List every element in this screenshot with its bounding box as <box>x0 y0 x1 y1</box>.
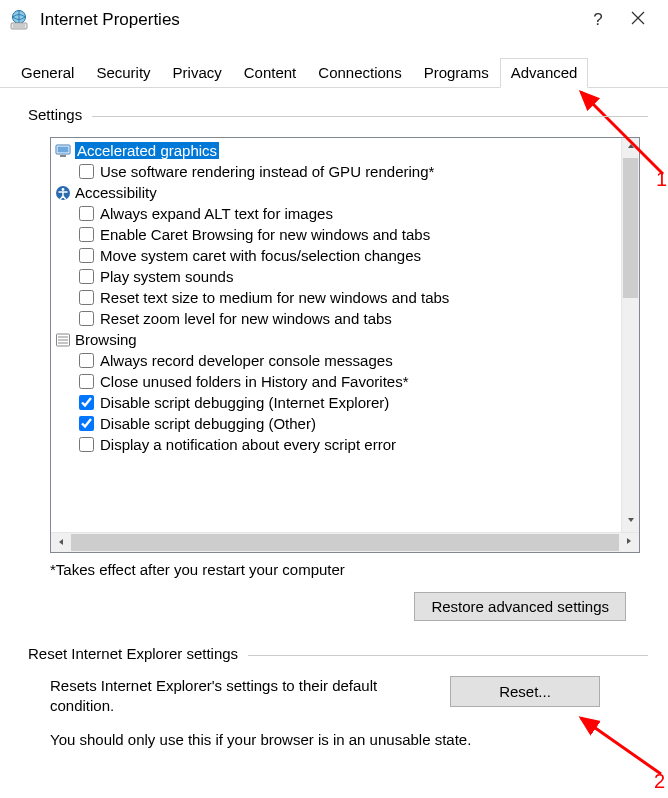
close-button[interactable] <box>618 10 658 30</box>
tree-item-label: Enable Caret Browsing for new windows an… <box>100 226 430 243</box>
tree-checkbox[interactable] <box>79 353 94 368</box>
tree-checkbox[interactable] <box>79 290 94 305</box>
tree-item[interactable]: Reset zoom level for new windows and tab… <box>53 308 621 329</box>
svg-rect-1 <box>11 23 27 29</box>
tree-category[interactable]: Accelerated graphics <box>53 140 621 161</box>
display-icon <box>55 143 71 159</box>
tree-item[interactable]: Use software rendering instead of GPU re… <box>53 161 621 182</box>
tab-advanced[interactable]: Advanced <box>500 58 589 88</box>
scroll-left-button[interactable] <box>51 534 71 554</box>
tree-item-label: Display a notification about every scrip… <box>100 436 396 453</box>
tree-checkbox[interactable] <box>79 248 94 263</box>
tab-programs[interactable]: Programs <box>413 58 500 87</box>
tree-item[interactable]: Disable script debugging (Other) <box>53 413 621 434</box>
svg-rect-7 <box>58 146 69 152</box>
tree-item[interactable]: Reset text size to medium for new window… <box>53 287 621 308</box>
tree-checkbox[interactable] <box>79 374 94 389</box>
svg-point-10 <box>62 188 65 191</box>
svg-rect-8 <box>60 155 66 157</box>
tree-item[interactable]: Always record developer console messages <box>53 350 621 371</box>
tab-connections[interactable]: Connections <box>307 58 412 87</box>
annotation-label-2: 2 <box>654 770 665 793</box>
tree-item-label: Reset text size to medium for new window… <box>100 289 449 306</box>
category-label: Browsing <box>75 331 137 348</box>
scroll-thumb[interactable] <box>623 158 638 298</box>
tree-checkbox[interactable] <box>79 311 94 326</box>
tab-security[interactable]: Security <box>85 58 161 87</box>
tree-item[interactable]: Always expand ALT text for images <box>53 203 621 224</box>
tree-category[interactable]: Browsing <box>53 329 621 350</box>
restore-advanced-button[interactable]: Restore advanced settings <box>414 592 626 621</box>
tree-checkbox[interactable] <box>79 437 94 452</box>
tree-item[interactable]: Display a notification about every scrip… <box>53 434 621 455</box>
reset-button[interactable]: Reset... <box>450 676 600 707</box>
tree-checkbox[interactable] <box>79 164 94 179</box>
tree-item-label: Reset zoom level for new windows and tab… <box>100 310 392 327</box>
scroll-down-button[interactable] <box>622 512 639 532</box>
tree-item-label: Move system caret with focus/selection c… <box>100 247 421 264</box>
tree-checkbox[interactable] <box>79 206 94 221</box>
browsing-icon <box>55 332 71 348</box>
tree-item-label: Disable script debugging (Other) <box>100 415 316 432</box>
horizontal-scrollbar[interactable] <box>51 532 639 552</box>
tab-general[interactable]: General <box>10 58 85 87</box>
category-label: Accessibility <box>75 184 157 201</box>
annotation-label-1: 1 <box>656 168 667 191</box>
title-bar: Internet Properties ? <box>0 0 668 44</box>
window-title: Internet Properties <box>40 10 578 30</box>
help-button[interactable]: ? <box>578 10 618 30</box>
tab-strip: GeneralSecurityPrivacyContentConnections… <box>0 54 668 88</box>
tab-content[interactable]: Content <box>233 58 308 87</box>
tab-privacy[interactable]: Privacy <box>162 58 233 87</box>
settings-label: Settings <box>28 106 92 123</box>
tree-checkbox[interactable] <box>79 395 94 410</box>
tree-checkbox[interactable] <box>79 269 94 284</box>
settings-groupbox: Settings Accelerated graphicsUse softwar… <box>28 106 648 621</box>
tree-item-label: Always record developer console messages <box>100 352 393 369</box>
tree-item[interactable]: Move system caret with focus/selection c… <box>53 245 621 266</box>
accessibility-icon <box>55 185 71 201</box>
scroll-right-button[interactable] <box>619 533 639 553</box>
reset-warning: You should only use this if your browser… <box>50 731 648 748</box>
settings-tree: Accelerated graphicsUse software renderi… <box>50 137 640 553</box>
reset-description: Resets Internet Explorer's settings to t… <box>50 676 430 717</box>
tree-body[interactable]: Accelerated graphicsUse software renderi… <box>51 138 621 532</box>
vertical-scrollbar[interactable] <box>621 138 639 532</box>
tree-category[interactable]: Accessibility <box>53 182 621 203</box>
tree-item-label: Play system sounds <box>100 268 233 285</box>
hscroll-track[interactable] <box>71 534 619 551</box>
tree-item-label: Always expand ALT text for images <box>100 205 333 222</box>
tree-item-label: Close unused folders in History and Favo… <box>100 373 408 390</box>
category-label: Accelerated graphics <box>75 142 219 159</box>
tree-checkbox[interactable] <box>79 416 94 431</box>
tree-item[interactable]: Close unused folders in History and Favo… <box>53 371 621 392</box>
tree-item[interactable]: Enable Caret Browsing for new windows an… <box>53 224 621 245</box>
restart-note: *Takes effect after you restart your com… <box>50 561 648 578</box>
tree-item-label: Disable script debugging (Internet Explo… <box>100 394 389 411</box>
reset-group-label: Reset Internet Explorer settings <box>28 645 248 662</box>
tree-checkbox[interactable] <box>79 227 94 242</box>
tree-item[interactable]: Play system sounds <box>53 266 621 287</box>
internet-options-icon <box>8 9 30 31</box>
scroll-up-button[interactable] <box>622 138 639 158</box>
tree-item-label: Use software rendering instead of GPU re… <box>100 163 434 180</box>
tree-item[interactable]: Disable script debugging (Internet Explo… <box>53 392 621 413</box>
reset-groupbox: Reset Internet Explorer settings Resets … <box>28 645 648 748</box>
